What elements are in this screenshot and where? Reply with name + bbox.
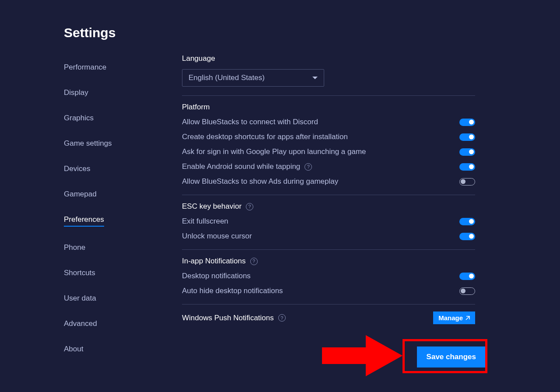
save-changes-button[interactable]: Save changes — [417, 346, 486, 368]
help-icon[interactable]: ? — [304, 163, 312, 171]
inapp-row-desktop-notifications: Desktop notifications — [182, 272, 475, 280]
divider — [182, 304, 475, 304]
row-label: Allow BlueStacks to connect with Discord — [182, 118, 318, 126]
esc-title-text: ESC key behavior — [182, 202, 242, 211]
platform-section-title: Platform — [182, 103, 475, 112]
platform-row-shortcuts: Create desktop shortcuts for apps after … — [182, 133, 475, 141]
push-title-text: Windows Push Notifications — [182, 314, 274, 322]
footer: Save changes — [182, 344, 486, 370]
toggle-google-play-signin[interactable] — [459, 148, 475, 156]
inapp-title-text: In-app Notifications — [182, 257, 246, 266]
sidebar-item-display[interactable]: Display — [64, 88, 88, 97]
divider — [182, 249, 475, 250]
sidebar-item-advanced[interactable]: Advanced — [64, 319, 97, 328]
row-label-text: Enable Android sound while tapping — [182, 162, 300, 171]
platform-row-google-play: Ask for sign in with Google Play upon la… — [182, 147, 475, 156]
row-label: Ask for sign in with Google Play upon la… — [182, 147, 366, 156]
esc-section-title: ESC key behavior ? — [182, 202, 475, 211]
sidebar-item-preferences[interactable]: Preferences — [64, 215, 104, 227]
sidebar-item-devices[interactable]: Devices — [64, 164, 90, 173]
sidebar-item-user-data[interactable]: User data — [64, 294, 96, 303]
help-icon[interactable]: ? — [246, 203, 253, 210]
push-section-title: Windows Push Notifications ? — [182, 314, 286, 322]
language-select[interactable]: English (United States) — [182, 69, 324, 87]
row-label: Create desktop shortcuts for apps after … — [182, 133, 348, 141]
external-link-icon — [466, 316, 470, 320]
inapp-row-autohide: Auto hide desktop notifications — [182, 287, 475, 295]
divider — [182, 95, 475, 96]
manage-button[interactable]: Manage — [433, 312, 475, 324]
esc-row-unlock-cursor: Unlock mouse cursor — [182, 232, 475, 241]
chevron-down-icon — [312, 77, 318, 79]
platform-row-ads: Allow BlueStacks to show Ads during game… — [182, 177, 475, 186]
sidebar-item-phone[interactable]: Phone — [64, 243, 85, 252]
toggle-desktop-notifications[interactable] — [459, 273, 475, 280]
row-label: Unlock mouse cursor — [182, 232, 252, 241]
settings-sidebar: Performance Display Graphics Game settin… — [64, 54, 182, 366]
row-label: Allow BlueStacks to show Ads during game… — [182, 177, 338, 186]
help-icon[interactable]: ? — [278, 314, 286, 322]
toggle-ads[interactable] — [459, 178, 475, 186]
help-icon[interactable]: ? — [250, 258, 258, 265]
platform-row-android-sound: Enable Android sound while tapping ? — [182, 162, 475, 171]
sidebar-item-shortcuts[interactable]: Shortcuts — [64, 269, 95, 277]
toggle-desktop-shortcuts[interactable] — [459, 133, 475, 141]
toggle-android-sound[interactable] — [459, 163, 475, 171]
row-label: Exit fullscreen — [182, 217, 228, 226]
toggle-exit-fullscreen[interactable] — [459, 218, 475, 225]
divider — [182, 195, 475, 195]
page-title: Settings — [64, 25, 560, 40]
language-section-title: Language — [182, 54, 475, 63]
sidebar-item-gamepad[interactable]: Gamepad — [64, 190, 97, 199]
esc-row-exit-fullscreen: Exit fullscreen — [182, 217, 475, 226]
toggle-unlock-cursor[interactable] — [459, 233, 475, 240]
preferences-panel[interactable]: Language English (United States) Platfor… — [182, 54, 486, 340]
toggle-discord[interactable] — [459, 119, 475, 126]
sidebar-item-about[interactable]: About — [64, 345, 83, 354]
manage-button-label: Manage — [438, 314, 463, 322]
row-label: Enable Android sound while tapping ? — [182, 162, 312, 171]
sidebar-item-game-settings[interactable]: Game settings — [64, 139, 112, 148]
platform-row-discord: Allow BlueStacks to connect with Discord — [182, 118, 475, 126]
row-label: Auto hide desktop notifications — [182, 287, 283, 295]
row-label: Desktop notifications — [182, 272, 251, 280]
inapp-section-title: In-app Notifications ? — [182, 257, 475, 266]
language-select-value: English (United States) — [189, 74, 265, 82]
sidebar-item-graphics[interactable]: Graphics — [64, 114, 94, 122]
sidebar-item-performance[interactable]: Performance — [64, 63, 106, 72]
toggle-autohide-notifications[interactable] — [459, 287, 475, 295]
